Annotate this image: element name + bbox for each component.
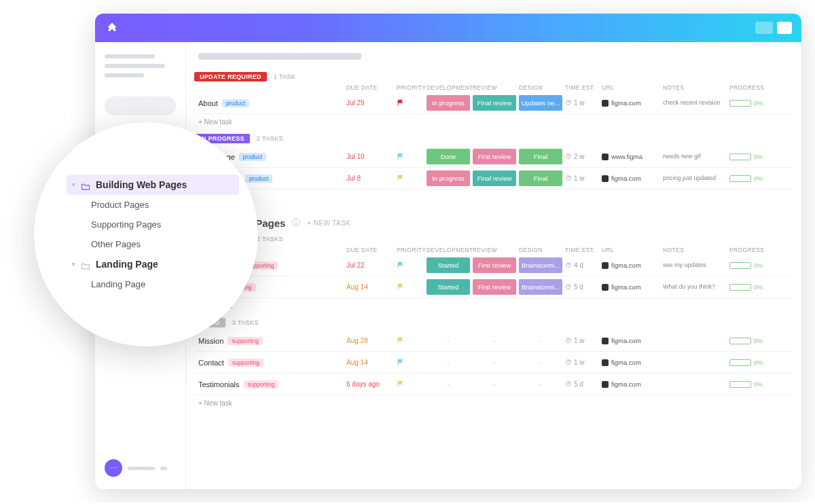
url-cell[interactable]: figma.com xyxy=(602,359,660,366)
notes-cell[interactable]: pricing just updated xyxy=(663,175,727,182)
development-stage[interactable]: In progress xyxy=(427,95,470,111)
status-pill[interactable]: UPDATE REQUIRED xyxy=(194,72,267,82)
priority-flag-icon[interactable] xyxy=(397,337,424,344)
progress-cell[interactable]: 0% xyxy=(729,154,763,160)
url-cell[interactable]: figma.com xyxy=(602,337,660,344)
progress-cell[interactable]: 0% xyxy=(729,175,763,182)
url-cell[interactable]: figma.com xyxy=(602,262,660,269)
task-row[interactable]: Testimonialssupporting 6 days ago - - - … xyxy=(194,374,793,395)
titlebar-control-1[interactable] xyxy=(755,22,773,34)
review-stage[interactable]: - xyxy=(473,376,516,392)
priority-flag-icon[interactable] xyxy=(397,380,424,388)
task-tag[interactable]: supporting xyxy=(244,380,279,389)
notes-cell[interactable]: check recent revision xyxy=(663,99,727,107)
due-date[interactable]: Jul 10 xyxy=(346,153,394,160)
sidebar-item[interactable]: Other Pages xyxy=(67,234,239,254)
due-date[interactable]: Jul 29 xyxy=(346,99,394,107)
new-task-link[interactable]: + New task xyxy=(194,190,793,205)
due-date[interactable]: Aug 14 xyxy=(346,283,394,291)
task-tag[interactable]: supporting xyxy=(228,337,263,345)
priority-flag-icon[interactable] xyxy=(397,262,424,269)
url-cell[interactable]: figma.com xyxy=(602,283,660,291)
development-stage[interactable]: - xyxy=(427,376,470,392)
design-stage[interactable]: - xyxy=(519,376,562,392)
time-estimate[interactable]: ⏱1 w xyxy=(565,175,599,182)
time-estimate[interactable]: ⏱5 d xyxy=(565,380,599,388)
time-estimate[interactable]: ⏱1 w xyxy=(565,359,599,366)
sidebar-folder[interactable]: ▾Landing Page xyxy=(67,254,239,274)
design-stage[interactable]: Final xyxy=(519,149,562,164)
url-cell[interactable]: www.figma xyxy=(602,153,660,160)
task-tag[interactable]: product xyxy=(239,153,266,161)
time-estimate[interactable]: ⏱4 d xyxy=(565,262,599,269)
development-stage[interactable]: In progress xyxy=(427,170,470,186)
due-date[interactable]: Aug 14 xyxy=(346,359,394,366)
review-stage[interactable]: First review xyxy=(473,149,516,164)
development-stage[interactable]: Done xyxy=(427,149,470,164)
design-stage[interactable]: Final xyxy=(519,170,562,186)
task-tag[interactable]: product xyxy=(222,99,249,107)
url-cell[interactable]: figma.com xyxy=(602,175,660,182)
progress-cell[interactable]: 0% xyxy=(729,381,763,388)
sidebar-folder[interactable]: ▾Building Web Pages xyxy=(67,175,239,195)
design-stage[interactable]: Brainstormi... xyxy=(519,279,562,295)
task-row[interactable]: Aboutproduct Jul 29 In progress Final re… xyxy=(194,92,793,114)
sidebar-item[interactable]: Supporting Pages xyxy=(67,215,239,234)
task-row[interactable]: Teamsupporting Aug 14 Started First revi… xyxy=(194,276,793,298)
url-cell[interactable]: figma.com xyxy=(602,99,660,107)
priority-flag-icon[interactable] xyxy=(397,99,424,107)
info-icon[interactable]: ⓘ xyxy=(292,217,300,229)
review-stage[interactable]: Final review xyxy=(473,95,516,111)
sidebar-item[interactable]: Landing Page xyxy=(67,274,239,294)
priority-flag-icon[interactable] xyxy=(397,283,424,291)
review-stage[interactable]: - xyxy=(473,333,516,348)
review-stage[interactable]: First review xyxy=(473,257,516,273)
notes-cell[interactable]: What do you think? xyxy=(663,283,727,291)
task-row[interactable]: Homepageproduct Jul 10 Done First review… xyxy=(194,146,793,168)
progress-cell[interactable]: 0% xyxy=(729,359,763,366)
development-stage[interactable]: Started xyxy=(427,257,470,273)
due-date[interactable]: Jul 8 xyxy=(346,175,394,182)
new-task-link[interactable]: + New task xyxy=(194,298,793,314)
titlebar-control-2[interactable] xyxy=(777,22,792,34)
design-stage[interactable]: - xyxy=(519,333,562,348)
due-date[interactable]: 6 days ago xyxy=(346,380,394,388)
development-stage[interactable]: - xyxy=(427,333,470,348)
progress-cell[interactable]: 0% xyxy=(729,262,763,269)
notes-cell[interactable]: needs new gif xyxy=(663,153,727,160)
development-stage[interactable]: Started xyxy=(427,279,470,295)
due-date[interactable]: Jul 22 xyxy=(346,262,394,269)
time-estimate[interactable]: ⏱1 w xyxy=(565,99,599,107)
design-stage[interactable]: Updates ne... xyxy=(519,95,562,111)
url-cell[interactable]: figma.com xyxy=(602,380,660,388)
priority-flag-icon[interactable] xyxy=(397,153,424,160)
development-stage[interactable]: - xyxy=(427,355,470,370)
design-stage[interactable]: - xyxy=(519,355,562,370)
chat-icon[interactable]: ⋯ xyxy=(105,459,122,477)
priority-flag-icon[interactable] xyxy=(397,175,424,182)
review-stage[interactable]: First review xyxy=(473,279,516,295)
sidebar-item[interactable]: Product Pages xyxy=(67,195,239,215)
new-task-link[interactable]: + New task xyxy=(194,114,793,130)
task-row[interactable]: Pricing plansproduct Jul 8 In progress F… xyxy=(194,168,793,190)
task-row[interactable]: Missionsupporting Aug 28 - - - ⏱1 w figm… xyxy=(194,330,793,352)
progress-cell[interactable]: 0% xyxy=(729,284,763,291)
review-stage[interactable]: - xyxy=(473,355,516,370)
task-row[interactable]: Contactsupporting Aug 14 - - - ⏱1 w figm… xyxy=(194,352,793,374)
review-stage[interactable]: Final review xyxy=(473,170,516,186)
priority-flag-icon[interactable] xyxy=(397,359,424,366)
task-tag[interactable]: product xyxy=(245,175,272,183)
design-stage[interactable]: Brainstormi... xyxy=(519,257,562,273)
task-tag[interactable]: supporting xyxy=(228,359,264,367)
time-estimate[interactable]: ⏱5 d xyxy=(565,283,599,291)
new-task-button[interactable]: + NEW TASK xyxy=(307,219,350,227)
due-date[interactable]: Aug 28 xyxy=(346,337,394,344)
search-input[interactable] xyxy=(105,96,176,115)
progress-cell[interactable]: 0% xyxy=(729,338,763,344)
progress-cell[interactable]: 0% xyxy=(729,100,763,107)
task-row[interactable]: Core Valuessupporting Jul 22 Started Fir… xyxy=(194,255,793,276)
new-task-link[interactable]: + New task xyxy=(194,395,793,411)
notes-cell[interactable]: see my updates xyxy=(663,262,727,269)
time-estimate[interactable]: ⏱1 w xyxy=(565,337,599,344)
time-estimate[interactable]: ⏱2 w xyxy=(565,153,599,160)
